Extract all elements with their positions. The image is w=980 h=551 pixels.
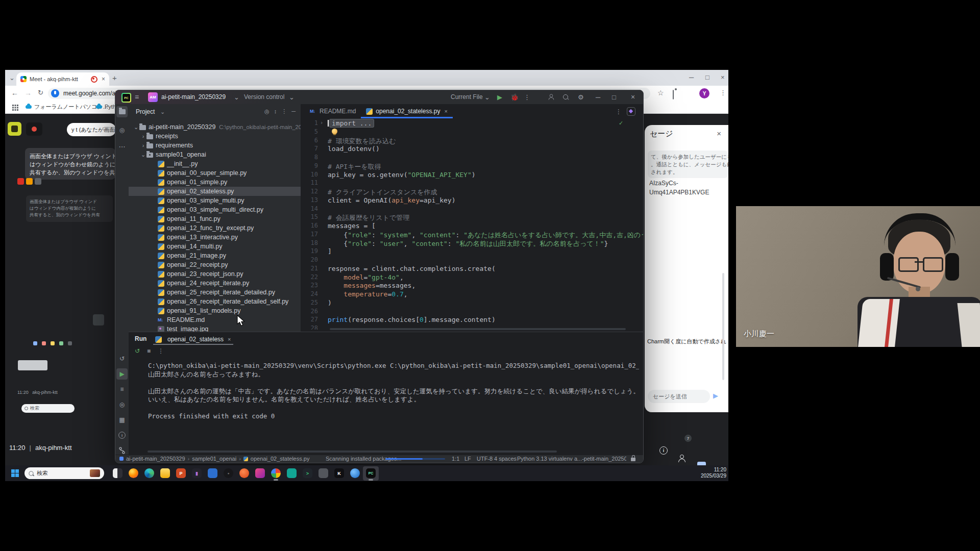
tree-item[interactable]: openai_13_interactive.py <box>129 233 301 242</box>
blue-app-icon[interactable] <box>205 466 220 481</box>
pink-app-icon[interactable] <box>252 466 268 481</box>
tree-item[interactable]: ›receipts <box>129 132 301 141</box>
bookmark-star-icon[interactable]: ☆ <box>657 89 664 96</box>
tab-close-icon[interactable]: × <box>102 76 105 83</box>
gray-app-icon[interactable] <box>315 466 331 481</box>
browser-tab-meet[interactable]: Meet - akq-pihm-ktt × <box>16 72 109 86</box>
editor-tab[interactable]: README.md <box>305 104 361 118</box>
chevron-icon[interactable]: › <box>140 141 146 150</box>
k-app-icon[interactable]: K <box>331 466 347 481</box>
tree-item[interactable]: openai_01_simple.py <box>129 178 301 187</box>
run-button[interactable]: ▶ <box>497 93 502 101</box>
extensions-icon[interactable] <box>673 90 674 99</box>
tree-item[interactable]: openai_26_receipt_iterate_detailed_self.… <box>129 297 301 306</box>
chrome-icon[interactable] <box>268 466 284 481</box>
editor-horizontal-scrollbar[interactable] <box>330 328 626 330</box>
browser-close-button[interactable]: × <box>721 74 725 81</box>
lock-icon[interactable] <box>631 458 635 461</box>
tree-item[interactable]: ›requirements <box>129 141 301 150</box>
chevron-icon[interactable]: ⌄ <box>140 150 146 159</box>
powerpoint-icon[interactable]: P <box>173 466 189 481</box>
services-tool-icon[interactable]: ≡ <box>116 384 128 395</box>
browser-menu-icon[interactable]: ⋮ <box>720 89 726 96</box>
tree-item[interactable]: openai_22_receipt.py <box>129 260 301 269</box>
main-menu-icon[interactable]: ≡ <box>135 93 139 101</box>
intention-bulb-icon[interactable] <box>332 129 337 134</box>
chat-scrollbar[interactable] <box>722 273 724 380</box>
tree-item[interactable]: openai_11_func.py <box>129 214 301 223</box>
coverage-tool-icon[interactable]: ◎ <box>116 399 128 410</box>
project-name[interactable]: ai-petit-main_20250329 <box>161 93 226 101</box>
forward-icon[interactable]: → <box>24 89 32 96</box>
project-panel-title[interactable]: Project <box>136 108 155 115</box>
tree-item[interactable]: openai_00_super_simple.py <box>129 168 301 178</box>
browser-maximize-button[interactable]: □ <box>705 74 709 81</box>
close-icon[interactable]: × <box>228 336 231 342</box>
stop-icon[interactable]: ■ <box>147 347 151 355</box>
breadcrumb-item[interactable]: ai-petit-main_20250329 <box>126 456 185 462</box>
hide-panel-icon[interactable]: ─ <box>291 108 296 115</box>
tree-item[interactable]: openai_14_multi.py <box>129 242 301 251</box>
tree-item[interactable]: openai_21_image.py <box>129 251 301 260</box>
tree-item[interactable]: openai_91_list_models.py <box>129 306 301 315</box>
tree-item[interactable]: test_image.jpg <box>129 324 301 332</box>
console-options-icon[interactable]: ⋮ <box>158 347 164 355</box>
meet-presenting-chip[interactable]: y t (あなたが画面… <box>67 123 116 136</box>
more-actions-icon[interactable]: ⋮ <box>524 93 530 101</box>
browser-minimize-button[interactable]: ─ <box>689 74 694 81</box>
interpreter-selector[interactable]: Python 3.13 virtualenv a...-petit-main_2… <box>517 456 626 462</box>
apps-grid-icon[interactable] <box>12 105 14 106</box>
window-minimize-button[interactable]: ─ <box>596 93 600 101</box>
participants-icon[interactable] <box>678 455 686 462</box>
media-app-icon[interactable]: ▮ <box>189 466 205 481</box>
file-explorer-icon[interactable] <box>157 466 173 481</box>
fold-arrow-icon[interactable]: › <box>318 119 325 128</box>
new-tab-button[interactable]: + <box>112 74 117 82</box>
ring-app-icon[interactable]: ◦ <box>220 466 236 481</box>
meet-presentation-icon[interactable] <box>8 122 21 136</box>
editor-tab[interactable]: openai_02_stateless.py× <box>361 104 453 118</box>
tree-item[interactable]: ⌄ai-petit-main_20250329C:\python_okiba\a… <box>129 122 301 132</box>
tree-item[interactable]: README.md <box>129 315 301 324</box>
breadcrumb-item[interactable]: openai_02_stateless.py <box>251 456 310 462</box>
tree-item[interactable]: __init__.py <box>129 159 301 168</box>
settings-gear-icon[interactable]: ⚙ <box>578 93 584 101</box>
tree-item[interactable]: openai_24_receipt_iterate.py <box>129 279 301 288</box>
file-encoding[interactable]: UTF-8 <box>477 456 493 462</box>
tree-item[interactable]: openai_03_simple_multi.py <box>129 196 301 205</box>
problems-tool-icon[interactable] <box>116 430 128 441</box>
edge-icon[interactable] <box>141 466 157 481</box>
firefox-icon[interactable] <box>126 466 141 481</box>
orange-app-icon[interactable] <box>236 466 252 481</box>
commit-tool-icon[interactable]: ◎ <box>116 124 128 136</box>
rerun-icon[interactable]: ↺ <box>135 347 140 355</box>
editor-options-icon[interactable]: ⋮ <box>616 108 622 115</box>
caret-position[interactable]: 1:1 <box>452 456 459 462</box>
reload-icon[interactable]: ↻ <box>38 89 43 96</box>
debug-button[interactable]: 🐞 <box>510 93 519 101</box>
code-editor[interactable]: 1›import ...56# 環境変数を読み込む7load_dotenv()8… <box>301 118 643 330</box>
expand-collapse-icon[interactable]: ↕ <box>274 108 277 115</box>
options-icon[interactable]: ⋮ <box>281 108 287 115</box>
project-tree[interactable]: ⌄ai-petit-main_20250329C:\python_okiba\a… <box>129 122 301 332</box>
mic-icon[interactable] <box>51 89 59 97</box>
teal-app-icon[interactable] <box>284 466 300 481</box>
profile-avatar[interactable]: Y <box>699 88 709 98</box>
chevron-icon[interactable]: › <box>140 132 146 141</box>
send-icon[interactable]: ▶ <box>713 392 718 399</box>
globe-app-icon[interactable] <box>347 466 363 481</box>
taskbar-search[interactable]: 検索 <box>24 467 104 479</box>
line-separator[interactable]: LF <box>464 456 471 462</box>
tab-search-chevron-icon[interactable]: ⌄ <box>9 74 15 81</box>
console-horizontal-scrollbar[interactable] <box>148 450 557 453</box>
taskbar-clock[interactable]: 11:20 2025/03/29 <box>701 467 726 479</box>
locate-file-icon[interactable]: ◎ <box>264 108 270 115</box>
pycharm-icon[interactable]: PC <box>363 466 379 481</box>
back-icon[interactable]: ← <box>11 89 18 96</box>
more-tools-icon[interactable]: ⋯ <box>116 141 128 152</box>
chevron-icon[interactable]: ⌄ <box>133 122 139 132</box>
run-tool-icon[interactable]: ▶ <box>116 368 128 380</box>
close-icon[interactable]: × <box>717 129 721 138</box>
add-user-icon[interactable] <box>547 93 555 101</box>
photos-app-icon[interactable] <box>110 466 126 481</box>
